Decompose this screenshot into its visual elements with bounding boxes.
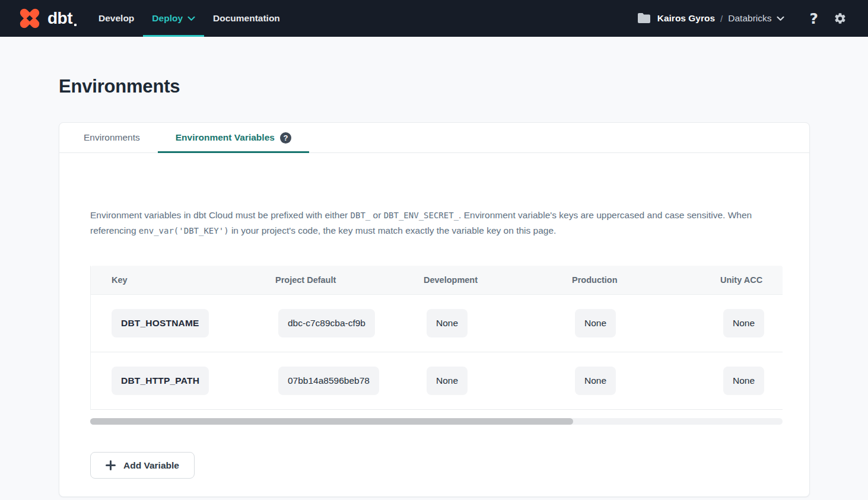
unity-acc-value-cell[interactable]: None bbox=[723, 367, 764, 395]
project-default-cell[interactable]: dbc-c7c89cba-cf9b bbox=[278, 309, 375, 337]
variable-key-cell[interactable]: DBT_HTTP_PATH bbox=[112, 367, 209, 395]
environments-card: Environments Environment Variables ? Env… bbox=[59, 122, 810, 497]
project-default-cell[interactable]: 07bb14a8596beb78 bbox=[278, 367, 379, 395]
variable-key-cell[interactable]: DBT_HOSTNAME bbox=[112, 309, 209, 337]
development-value-cell[interactable]: None bbox=[427, 309, 468, 337]
table-row: DBT_HOSTNAME dbc-c7c89cba-cf9b None None… bbox=[91, 295, 783, 352]
production-value-cell[interactable]: None bbox=[575, 367, 616, 395]
code-env-var: env_var('DBT_KEY') bbox=[139, 226, 229, 235]
table-row: DBT_HTTP_PATH 07bb14a8596beb78 None None… bbox=[91, 352, 783, 410]
project-name: Kairos Gyros bbox=[657, 13, 715, 24]
brand-wordmark: dbt bbox=[47, 10, 72, 27]
horizontal-scrollbar-thumb[interactable] bbox=[90, 418, 573, 425]
navbar-right: Kairos Gyros / Databricks ? bbox=[638, 11, 847, 26]
tab-environment-variables[interactable]: Environment Variables ? bbox=[158, 123, 309, 152]
deployment-name: Databricks bbox=[728, 13, 771, 24]
code-dbt-prefix: DBT_ bbox=[351, 211, 371, 220]
column-header-key: Key bbox=[91, 275, 275, 285]
top-navbar: dbt Develop Deploy Documentation Kairos … bbox=[0, 0, 868, 37]
unity-acc-value-cell[interactable]: None bbox=[723, 309, 764, 337]
chevron-down-icon bbox=[777, 16, 784, 21]
horizontal-scrollbar-track[interactable] bbox=[90, 418, 783, 425]
breadcrumb-separator: / bbox=[720, 14, 723, 24]
tab-bar: Environments Environment Variables ? bbox=[59, 123, 809, 153]
plus-icon bbox=[106, 460, 116, 470]
page-title: Environments bbox=[59, 76, 868, 97]
production-value-cell[interactable]: None bbox=[575, 309, 616, 337]
help-icon[interactable]: ? bbox=[809, 11, 818, 26]
table-header-row: Key Project Default Development Producti… bbox=[91, 266, 783, 295]
nav-item-deploy[interactable]: Deploy bbox=[143, 0, 204, 37]
dbt-logo-icon bbox=[17, 5, 43, 31]
dbt-logo[interactable]: dbt bbox=[17, 5, 77, 31]
main-nav: Develop Deploy Documentation bbox=[90, 0, 289, 37]
env-variables-table: Key Project Default Development Producti… bbox=[90, 266, 783, 410]
gear-icon[interactable] bbox=[834, 12, 847, 25]
help-circle-icon[interactable]: ? bbox=[280, 132, 291, 144]
folder-icon bbox=[638, 13, 650, 24]
add-variable-button[interactable]: Add Variable bbox=[90, 452, 195, 479]
chevron-down-icon bbox=[187, 16, 195, 21]
code-dbt-env-secret-prefix: DBT_ENV_SECRET_ bbox=[384, 211, 459, 220]
description-text: Environment variables in dbt Cloud must … bbox=[90, 208, 783, 238]
column-header-development: Development bbox=[424, 275, 572, 285]
column-header-project-default: Project Default bbox=[275, 275, 424, 285]
project-selector[interactable]: Kairos Gyros / Databricks bbox=[638, 13, 785, 24]
brand-dot bbox=[74, 24, 77, 26]
tab-content: Environment variables in dbt Cloud must … bbox=[59, 153, 809, 496]
development-value-cell[interactable]: None bbox=[427, 367, 468, 395]
nav-item-develop[interactable]: Develop bbox=[90, 0, 143, 37]
column-header-unity-acc: Unity ACC bbox=[720, 275, 783, 285]
nav-item-documentation[interactable]: Documentation bbox=[204, 0, 289, 37]
tab-environments[interactable]: Environments bbox=[66, 123, 158, 152]
page-body: Environments Environments Environment Va… bbox=[0, 37, 868, 497]
column-header-production: Production bbox=[572, 275, 720, 285]
